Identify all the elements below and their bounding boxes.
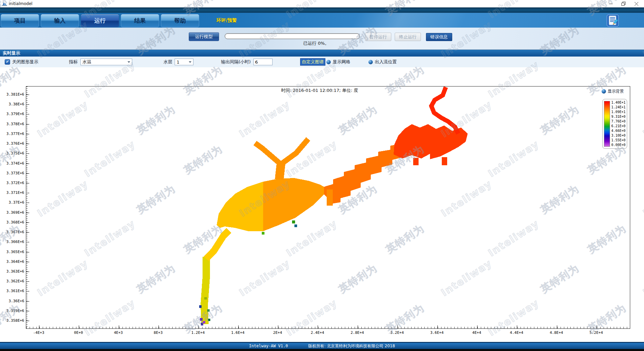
legend-value: 1.55E+0	[611, 139, 625, 142]
river-shape	[206, 231, 229, 259]
y-axis-label: 3.373E+6	[0, 171, 24, 175]
y-axis-tick	[26, 183, 29, 183]
x-minor-ticks	[26, 327, 630, 328]
x-axis-tick	[358, 325, 358, 328]
y-axis-tick	[26, 144, 29, 144]
realtime-display-header: 实时显示	[0, 49, 644, 57]
river-heatmap	[26, 86, 630, 328]
show-background-toggle[interactable]: 显示背景	[602, 89, 624, 94]
x-axis-tick	[79, 325, 79, 328]
y-axis-tick	[26, 281, 29, 282]
indicator-label: 指标	[69, 59, 78, 65]
close-graphics-label: 关闭图形显示	[12, 59, 38, 65]
pause-run-button[interactable]: 暂停运行	[365, 33, 391, 41]
indicator-dropdown[interactable]: 水温	[80, 59, 132, 65]
y-axis-label: 3.372E+6	[0, 181, 24, 185]
run-model-button[interactable]: 运行模型	[189, 32, 219, 41]
legend-value: 4.66E+0	[611, 129, 625, 133]
y-axis-label: 3.38E+6	[0, 102, 24, 106]
minimize-button[interactable]	[604, 0, 617, 7]
y-axis-label: 3.374E+6	[0, 161, 24, 166]
y-axis-tick	[26, 242, 29, 242]
river-shape	[199, 305, 202, 308]
menu-tab-2[interactable]: 运行	[81, 14, 119, 27]
y-axis-tick	[26, 203, 29, 203]
y-axis-tick	[26, 104, 29, 105]
application-window: initialmodel 项目输入运行结果帮助 环评/预警	[0, 0, 644, 351]
close-graphics-checkbox[interactable]: ✔	[5, 59, 10, 65]
y-axis-tick	[26, 213, 29, 213]
menu-tab-3[interactable]: 结果	[121, 14, 159, 27]
x-axis-label: 1.2E+4	[191, 330, 205, 335]
legend-value: 0.00E+0	[611, 143, 625, 147]
layer-dropdown[interactable]: 1	[175, 59, 193, 65]
menu-tab-0[interactable]: 项目	[1, 14, 39, 27]
flow-positions-toggle-icon[interactable]	[368, 60, 373, 64]
menu-tab-1[interactable]: 输入	[41, 14, 79, 27]
display-controls: ✔ 关闭图形显示 指标 水温 水层 1 输出间隔(小时) 自定	[0, 57, 644, 67]
x-axis-tick	[39, 325, 39, 328]
x-axis-tick	[437, 325, 438, 328]
legend-value: 9.31E+0	[611, 115, 625, 118]
x-axis-label: 2.4E+4	[311, 330, 324, 335]
x-axis-tick	[477, 325, 477, 328]
show-background-icon[interactable]	[602, 89, 606, 94]
y-axis-tick	[26, 321, 29, 321]
legend-value: 1.24E+1	[611, 106, 625, 109]
y-axis-label: 3.371E+6	[0, 190, 24, 195]
legend-color-bar	[604, 101, 610, 147]
y-axis-tick	[26, 95, 29, 95]
menu-tabs: 项目输入运行结果帮助	[1, 14, 199, 27]
x-axis-label: -4E+3	[33, 330, 44, 335]
menu-highlight-label[interactable]: 环评/预警	[216, 17, 237, 24]
y-axis-label: 3.381E+6	[0, 92, 24, 97]
progress-text: 已运行 0%。	[249, 40, 384, 46]
x-axis-label: 5.2E+4	[589, 330, 603, 335]
x-axis-label: 2.8E+4	[351, 330, 364, 335]
menu-bar: 项目输入运行结果帮助 环评/预警	[0, 13, 644, 28]
y-axis-tick	[26, 311, 29, 311]
menu-tab-4[interactable]: 帮助	[161, 14, 199, 27]
y-axis-tick	[26, 252, 29, 252]
x-axis-tick	[557, 325, 557, 328]
y-axis-tick	[26, 291, 29, 291]
x-axis-label: 4E+4	[472, 330, 481, 335]
x-axis-label: 3.2E+4	[390, 330, 404, 335]
interval-label: 输出间隔(小时)	[221, 59, 251, 65]
x-axis-tick	[119, 325, 119, 328]
chevron-down-icon	[128, 61, 130, 64]
show-grid-label: 显示网格	[333, 59, 350, 65]
y-axis-tick	[26, 272, 29, 272]
x-axis-tick	[517, 325, 517, 328]
close-button[interactable]	[630, 0, 643, 7]
status-bar: Intelway-AW V1.0 版权所有: 北京英特利为环境科技有限公司 20…	[0, 343, 644, 349]
y-axis-label: 3.362E+6	[0, 279, 24, 283]
show-grid-toggle-icon[interactable]	[326, 60, 331, 64]
status-copyright: 版权所有: 北京英特利为环境科技有限公司 2018	[308, 343, 395, 349]
x-axis-label: 3.6E+4	[430, 330, 444, 335]
x-axis-tick	[158, 325, 159, 328]
interval-input[interactable]	[253, 59, 273, 65]
river-shape	[292, 220, 295, 223]
y-axis-tick	[26, 153, 29, 154]
y-axis-label: 3.375E+6	[0, 151, 24, 155]
show-background-label: 显示背景	[608, 89, 624, 94]
window-controls	[604, 0, 643, 7]
x-axis-tick	[397, 325, 398, 328]
app-icon	[2, 1, 7, 6]
y-axis-tick	[26, 114, 29, 114]
y-axis-tick	[26, 232, 29, 233]
edit-document-icon[interactable]	[606, 14, 619, 27]
error-info-button[interactable]: 错误信息	[426, 33, 452, 41]
window-title: initialmodel	[9, 1, 32, 6]
y-axis-tick	[26, 301, 29, 302]
time-caption: 时间: 2016-01-01 12:00:17; 单位: 度	[249, 87, 390, 94]
restore-button[interactable]	[617, 0, 630, 7]
river-shape	[413, 158, 419, 165]
river-shape	[327, 189, 333, 206]
y-axis-label: 3.364E+6	[0, 259, 24, 264]
stop-run-button[interactable]: 终止运行	[395, 33, 421, 41]
map-chart-region: 时间: 2016-01-01 12:00:17; 单位: 度 显示背景 1.40…	[0, 67, 644, 342]
y-axis-label: 3.377E+6	[0, 132, 24, 136]
custom-colormap-button[interactable]: 自定义图谱	[300, 58, 325, 66]
